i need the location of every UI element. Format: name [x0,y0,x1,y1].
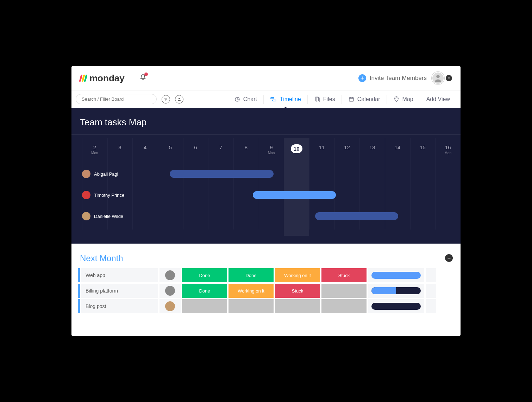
logo-stripes-icon [80,75,87,82]
person-filter-button[interactable] [175,95,183,103]
assignee-avatar [82,191,90,199]
tab-label: Map [402,96,413,102]
board-table: Web appDoneDoneWorking on itStuckBilling… [78,268,454,313]
chevron-down-icon: ▾ [446,75,452,81]
row-tail [426,284,436,298]
gantt-bar[interactable] [315,212,398,220]
item-name[interactable]: Web app [81,268,158,282]
logo-text: monday [89,73,125,84]
owner-cell[interactable] [159,268,181,282]
notifications-button[interactable] [139,74,147,83]
date-column: 12 [334,138,360,155]
tab-chart[interactable]: Chart [228,95,263,104]
svg-point-0 [436,75,439,78]
svg-point-8 [396,98,397,99]
svg-point-1 [179,98,180,99]
date-number: 15 [410,144,436,150]
date-number: 4 [132,144,158,150]
assignee-avatar [82,212,90,220]
status-cell[interactable] [275,299,320,313]
date-number: 6 [183,144,208,150]
status-cell[interactable]: Done [182,268,227,282]
status-cell[interactable]: Stuck [275,284,320,298]
gantt-track [149,170,461,178]
owner-cell[interactable] [159,284,181,298]
invite-label: Invite Team Members [370,75,427,82]
date-number: 5 [158,144,183,150]
date-column: 8 [233,138,259,155]
invite-button[interactable]: + Invite Team Members [358,74,427,82]
timeline-cell[interactable] [368,284,424,298]
date-column: 11 [309,138,334,155]
board-row: Billing platformDoneWorking on itStuck [78,284,454,298]
status-cell[interactable]: Working on it [275,268,320,282]
toolbar-left [76,94,183,104]
timeline-grid: 2Mon3456789Mon10111213141516Mon Abigail … [71,138,461,230]
assignee[interactable]: Abigail Pagi [82,170,149,178]
group-color-bar [78,284,80,298]
gantt-row: Abigail Pagi [71,163,461,184]
date-day: Mon [435,151,461,155]
status-cell[interactable]: Done [182,284,227,298]
date-column: 7 [208,138,233,155]
plus-icon: + [358,74,366,82]
date-column: 13 [359,138,385,155]
title-strong: Team tasks [80,117,126,127]
row-tail [426,268,436,282]
status-cell[interactable]: Done [229,268,274,282]
date-number: 13 [359,144,385,150]
date-column: 14 [385,138,410,155]
date-number: 3 [107,144,133,150]
status-cell[interactable]: Stuck [321,268,367,282]
view-tabs: Chart Timeline Files Calendar Map Add Vi… [228,95,456,104]
status-cell[interactable] [182,299,227,313]
assignee[interactable]: Timothy Prince [82,191,149,199]
user-menu[interactable]: ▾ [432,72,452,84]
group-title[interactable]: Next Month [80,253,454,263]
tab-files[interactable]: Files [307,95,342,104]
chart-icon [234,96,240,102]
tab-label: Calendar [357,96,380,102]
date-column: 3 [107,138,133,155]
board-row: Web appDoneDoneWorking on itStuck [78,268,454,282]
files-icon [314,96,320,102]
gantt-bar[interactable] [253,191,336,199]
timeline-date-header: 2Mon3456789Mon10111213141516Mon [71,138,461,155]
owner-avatar [165,301,175,311]
tab-add-view[interactable]: Add View [420,95,456,104]
date-column: 4 [132,138,158,155]
owner-avatar [165,286,175,296]
tab-map[interactable]: Map [387,95,420,104]
add-item-button[interactable]: ＋ [445,254,453,262]
item-name[interactable]: Billing platform [81,284,158,298]
timeline-cell[interactable] [368,299,424,313]
header-left: monday [80,73,147,84]
item-name[interactable]: Blog post [81,299,158,313]
date-column: 9Mon [259,138,284,155]
status-cell[interactable] [321,284,367,298]
gantt-rows: Abigail PagiTimothy PrinceDanielle Wilde [71,163,461,227]
tab-timeline[interactable]: Timeline [263,95,307,104]
date-number: 12 [334,144,360,150]
date-column: 6 [183,138,208,155]
status-cell[interactable]: Working on it [229,284,274,298]
owner-cell[interactable] [159,299,181,313]
tab-calendar[interactable]: Calendar [342,95,387,104]
search-input[interactable] [76,94,157,104]
tab-label: Chart [243,96,257,102]
date-column: 2Mon [82,138,107,155]
assignee[interactable]: Danielle Wilde [82,212,149,220]
assignee-name: Timothy Prince [94,193,124,198]
gantt-track [149,191,461,199]
timeline-cell[interactable] [368,268,424,282]
status-cell[interactable] [321,299,367,313]
app-window: monday + Invite Team Members ▾ [71,66,461,336]
status-cell[interactable] [229,299,274,313]
board-section: Next Month ＋ Web appDoneDoneWorking on i… [71,244,461,336]
gantt-bar[interactable] [170,170,274,178]
filter-icon [164,97,168,101]
filter-button[interactable] [162,95,170,103]
logo[interactable]: monday [80,73,125,84]
header-right: + Invite Team Members ▾ [358,72,452,84]
row-tail [426,299,436,313]
